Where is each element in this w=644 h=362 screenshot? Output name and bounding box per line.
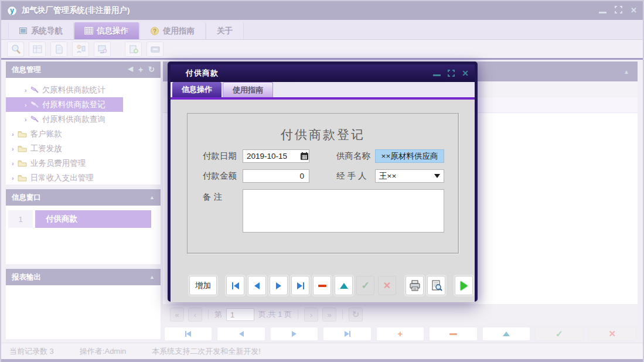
- last-page-button[interactable]: »: [322, 308, 336, 322]
- first-record-button[interactable]: [226, 276, 244, 295]
- tree-item[interactable]: › 业务员费用管理: [6, 156, 161, 170]
- dialog-title: 付供商款: [186, 68, 219, 78]
- supplier-field[interactable]: ××原材料供应商: [375, 149, 444, 163]
- last-record-button[interactable]: [291, 276, 309, 295]
- grid-icon: [85, 28, 93, 34]
- calendar-icon[interactable]: [300, 152, 309, 160]
- pay-date-label: 付款日期: [203, 151, 243, 162]
- tool-icon: [30, 115, 39, 123]
- pay-date-field[interactable]: 2019-10-15: [243, 149, 309, 163]
- handler-value: 王××: [379, 171, 396, 182]
- collapse-up-icon[interactable]: ▲: [623, 69, 629, 75]
- tree-item[interactable]: › 欠原料供商款统计: [6, 83, 161, 97]
- refresh-icon[interactable]: ↻: [349, 308, 363, 322]
- chevron-right-icon: ›: [12, 175, 14, 182]
- add-button[interactable]: 增加: [189, 276, 217, 295]
- folder-icon: [18, 145, 27, 152]
- tree-item[interactable]: › 日常收入支出管理: [6, 170, 161, 185]
- printer-icon: [409, 280, 421, 291]
- tab-info-operation[interactable]: 信息操作: [74, 22, 139, 39]
- confirm-button: ✓: [356, 276, 374, 295]
- help-icon: ?: [151, 27, 159, 35]
- report-output-list: [6, 285, 161, 339]
- record-cancel-button: ✕: [588, 327, 636, 341]
- row-index: 1: [8, 210, 33, 228]
- preview-button[interactable]: [427, 276, 445, 295]
- tab-system-nav[interactable]: 系统导航: [8, 22, 74, 39]
- chevron-right-icon: ›: [25, 116, 27, 123]
- dialog-minimize-icon[interactable]: [433, 74, 441, 76]
- amount-field[interactable]: 0: [243, 169, 309, 183]
- record-last-button[interactable]: [323, 327, 371, 341]
- chevron-right-icon: ›: [12, 145, 14, 152]
- page-number-input[interactable]: [226, 308, 254, 321]
- collapse-up-icon[interactable]: ▲: [149, 274, 155, 280]
- chevron-right-icon: ›: [12, 160, 14, 167]
- next-record-button[interactable]: [270, 276, 288, 295]
- prev-record-button[interactable]: [248, 276, 266, 295]
- collapse-left-icon[interactable]: ◀: [128, 65, 132, 74]
- record-edit-button[interactable]: [482, 327, 530, 341]
- app-logo-icon: y: [7, 6, 17, 16]
- folder-icon: [18, 160, 27, 167]
- tab-user-guide[interactable]: ? 使用指南: [139, 22, 206, 39]
- supplier-label: 供商名称: [336, 151, 375, 162]
- panel-info-window-header: 信息窗口 ▲: [6, 189, 161, 206]
- tree-item-selected[interactable]: › 付原料供商款登记: [6, 97, 123, 112]
- document-add-icon[interactable]: [125, 42, 142, 57]
- chevron-right-icon: ›: [12, 131, 14, 138]
- next-page-button[interactable]: ›: [304, 308, 318, 322]
- cancel-button: ✕: [378, 276, 396, 295]
- list-item[interactable]: 1 付供商款: [6, 210, 161, 228]
- dialog-maximize-icon[interactable]: [448, 70, 455, 77]
- row-label: 付供商款: [35, 210, 151, 228]
- folder-icon: [18, 175, 27, 182]
- monitor-search-icon[interactable]: [94, 42, 111, 57]
- tab-about[interactable]: 关于: [206, 22, 244, 39]
- dialog-tab-user-guide[interactable]: 使用指南: [223, 82, 273, 97]
- form-group-box: 付供商款登记 付款日期 2019-10-15 供商名称 ××原材料供应商: [187, 113, 459, 254]
- print-button[interactable]: [406, 276, 424, 295]
- dialog-tabs: 信息操作 使用指南: [171, 82, 475, 100]
- delete-record-button[interactable]: [313, 276, 331, 295]
- user-report-icon[interactable]: [72, 42, 89, 57]
- document-icon[interactable]: [50, 42, 67, 57]
- panel-info-management-header: 信息管理 ◀ + ↻: [6, 62, 161, 78]
- run-button[interactable]: [455, 276, 473, 295]
- edit-record-button[interactable]: [335, 276, 353, 295]
- record-add-button[interactable]: +: [376, 327, 424, 341]
- minimize-icon[interactable]: [599, 12, 606, 13]
- window-title: 加气块厂管理系统(非注册用户): [22, 5, 130, 16]
- add-icon[interactable]: +: [138, 65, 143, 74]
- record-prev-button[interactable]: [217, 327, 265, 341]
- sidebar: 信息管理 ◀ + ↻ › 欠原料供商款统计 › 付原料供商款登记: [6, 62, 161, 343]
- dialog-close-icon[interactable]: ✕: [462, 69, 469, 78]
- close-icon[interactable]: ✕: [631, 6, 637, 15]
- pagination-bar: « ‹ 第 页,共 1 页 › » ↻: [163, 304, 638, 325]
- record-remove-button[interactable]: [429, 327, 477, 341]
- folder-print-icon[interactable]: [146, 42, 163, 57]
- tree-item[interactable]: › 工资发放: [6, 141, 161, 156]
- app-window: y 加气块厂管理系统(非注册用户) ✕ 系统导航 信息操作 ? 使用指南 关于: [0, 0, 644, 362]
- dropdown-arrow-icon[interactable]: [434, 174, 440, 178]
- collapse-up-icon[interactable]: ▲: [149, 194, 155, 200]
- first-page-button[interactable]: «: [170, 308, 184, 322]
- status-bar: 当前记录数 3 操作者:Admin 本系统支持二次开发和全新开发!: [1, 343, 643, 362]
- refresh-icon[interactable]: ↻: [148, 65, 155, 74]
- record-next-button[interactable]: [270, 327, 318, 341]
- restore-icon[interactable]: [615, 6, 622, 15]
- folder-icon: [18, 131, 27, 138]
- handler-combobox[interactable]: 王××: [375, 169, 444, 183]
- table-icon[interactable]: [29, 42, 46, 57]
- record-first-button[interactable]: [164, 327, 212, 341]
- dialog-tab-info-operation[interactable]: 信息操作: [172, 82, 222, 97]
- prev-page-button[interactable]: ‹: [188, 308, 202, 322]
- titlebar: y 加气块厂管理系统(非注册用户) ✕: [1, 1, 643, 20]
- search-icon[interactable]: [7, 42, 24, 57]
- remark-textarea[interactable]: [243, 189, 444, 233]
- dialog-button-bar: 增加 ✓ ✕: [189, 276, 474, 295]
- chevron-right-icon: ›: [25, 101, 27, 108]
- tree-item[interactable]: › 客户账款: [6, 127, 161, 141]
- tree-item[interactable]: › 付原料供商款查询: [6, 112, 161, 127]
- record-count-label: 当前记录数 3: [9, 346, 54, 357]
